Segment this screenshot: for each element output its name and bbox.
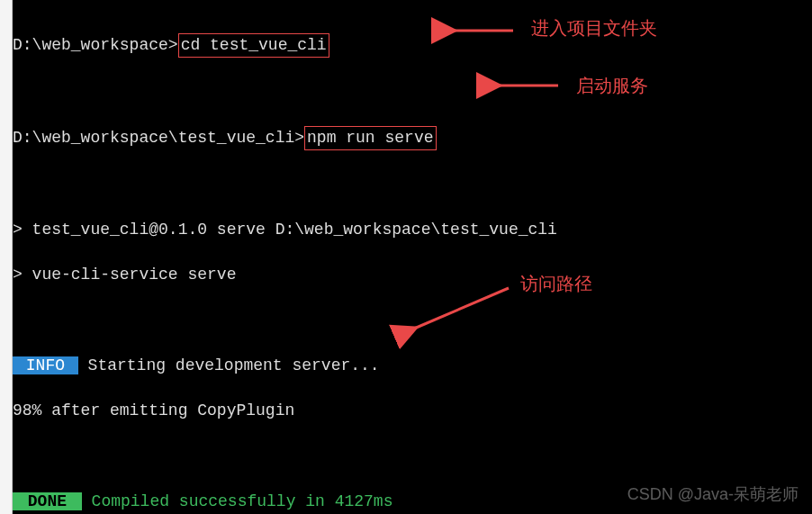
terminal-output: D:\web_workspace>cd test_vue_cli D:\web_…: [13, 11, 812, 514]
prompt-2: D:\web_workspace\test_vue_cli>: [13, 129, 304, 147]
arrow-2: [491, 77, 563, 99]
info-line: INFO Starting development server...: [13, 355, 812, 377]
blank-4: [13, 446, 812, 468]
arrow-3: [405, 284, 513, 342]
blank-1: [13, 81, 812, 104]
prompt-1: D:\web_workspace>: [13, 36, 178, 54]
progress-line: 98% after emitting CopyPlugin: [13, 400, 812, 422]
watermark: CSDN @Java-呆萌老师: [627, 483, 798, 505]
cmd-line-2: D:\web_workspace\test_vue_cli>npm run se…: [13, 126, 812, 150]
cmd-line-1: D:\web_workspace>cd test_vue_cli: [13, 33, 812, 58]
info-text: Starting development server...: [78, 356, 380, 374]
annotation-access-path: 访问路径: [520, 272, 592, 296]
annotation-start-service: 启动服务: [576, 74, 648, 98]
left-sidebar: [0, 0, 13, 514]
arrow-1: [446, 20, 518, 42]
info-badge: INFO: [13, 356, 78, 374]
output-line-1: > test_vue_cli@0.1.0 serve D:\web_worksp…: [13, 219, 812, 241]
blank-2: [13, 173, 812, 195]
done-badge: DONE: [13, 492, 82, 510]
annotation-enter-folder: 进入项目文件夹: [531, 16, 657, 41]
cmd-box-1: cd test_vue_cli: [178, 33, 329, 58]
svg-line-2: [414, 288, 509, 329]
cmd-box-2: npm run serve: [304, 126, 436, 150]
done-text: Compiled successfully in 4127ms: [82, 492, 393, 510]
